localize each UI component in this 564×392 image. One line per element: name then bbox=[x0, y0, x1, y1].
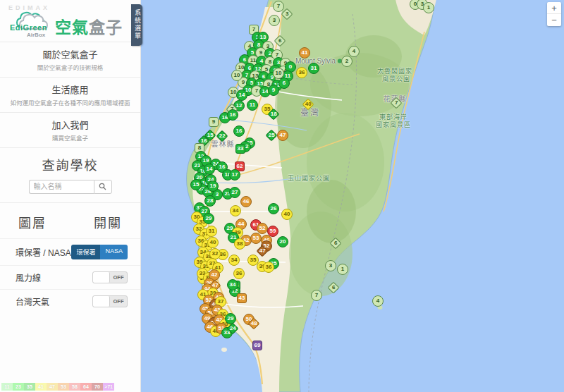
aqi-marker[interactable]: 7 bbox=[311, 290, 322, 301]
menu-item-about[interactable]: 關於空氣盒子 關於空氣盒子的技術規格 bbox=[0, 42, 140, 78]
switch-header: 開關 bbox=[94, 213, 122, 231]
aqi-marker-value: 28 bbox=[207, 198, 214, 204]
system-menu-tab[interactable]: 系統選單 bbox=[131, 4, 142, 46]
aqi-marker[interactable]: 53 bbox=[250, 233, 262, 244]
map-canvas[interactable]: Mount Sylvia臺灣雲林縣玉山國家公園太魯閣國家風景公園花蓮縣東部海岸國… bbox=[141, 0, 564, 392]
toggle-state: OFF bbox=[110, 272, 127, 283]
aqi-marker[interactable]: 31 bbox=[206, 226, 217, 237]
aqi-marker[interactable]: 34 bbox=[227, 279, 238, 290]
menu-item-title: 生活應用 bbox=[7, 82, 133, 96]
aqi-marker[interactable]: 9 bbox=[209, 117, 219, 127]
epa-layer-button[interactable]: 環保署 bbox=[71, 245, 100, 259]
aqi-marker[interactable]: 3 bbox=[325, 260, 336, 271]
aqi-marker[interactable]: 4 bbox=[348, 46, 360, 57]
aqi-marker-value: 16 bbox=[230, 112, 236, 118]
aqi-marker-value: 53 bbox=[253, 235, 259, 241]
search-section-title: 查詢學校 bbox=[0, 155, 140, 173]
airbox-app: EDIMAX EdiGreen AirBox 空氣盒子 關於空氣盒子 關於空氣盒… bbox=[0, 0, 564, 392]
aqi-marker[interactable]: 33 bbox=[235, 144, 245, 154]
aqi-marker-value: 24 bbox=[230, 326, 236, 331]
aqi-marker[interactable]: 40 bbox=[207, 237, 219, 248]
aqi-marker[interactable]: 7 bbox=[273, 1, 284, 12]
aqi-marker[interactable]: 40 bbox=[281, 209, 293, 220]
aqi-marker[interactable]: 69 bbox=[252, 341, 262, 350]
menu-item-applications[interactable]: 生活應用 如何運用空氣盒子在各種不同的應用場域裡面 bbox=[0, 78, 140, 113]
aqi-marker[interactable]: 34 bbox=[228, 255, 240, 266]
aqi-marker[interactable]: 10 bbox=[273, 68, 284, 79]
aqi-marker[interactable]: 31 bbox=[308, 63, 319, 74]
menu-item-title: 加入我們 bbox=[7, 118, 133, 131]
brand-title: 空氣盒子 bbox=[55, 14, 123, 38]
aqi-marker[interactable]: 10 bbox=[231, 70, 243, 81]
aqi-marker[interactable]: 26 bbox=[268, 203, 279, 214]
aqi-marker-value: 16 bbox=[219, 164, 226, 170]
nasa-layer-button[interactable]: NASA bbox=[100, 245, 128, 259]
aqi-marker[interactable]: 3 bbox=[269, 15, 280, 26]
aqi-marker[interactable]: 16 bbox=[233, 125, 245, 137]
aqi-marker[interactable]: 9 bbox=[268, 85, 279, 96]
zoom-in-button[interactable]: + bbox=[547, 2, 561, 14]
aqi-marker[interactable]: 41 bbox=[299, 47, 310, 59]
legend-cell: 53 bbox=[58, 383, 69, 391]
aqi-marker-value: 25 bbox=[269, 133, 275, 138]
aqi-marker[interactable]: 1 bbox=[337, 264, 348, 275]
aqi-marker-value: 3 bbox=[216, 192, 219, 197]
aqi-marker[interactable]: 43 bbox=[237, 293, 247, 303]
search-button[interactable] bbox=[94, 180, 112, 194]
aqi-marker-value: 59 bbox=[270, 228, 276, 234]
aqi-marker[interactable]: 34 bbox=[230, 205, 241, 216]
aqi-marker-value: 40 bbox=[210, 240, 216, 245]
aqi-marker-value: 6 bbox=[278, 38, 281, 44]
aqi-marker[interactable]: 36 bbox=[296, 67, 307, 78]
aqi-marker[interactable]: 1 bbox=[423, 2, 434, 13]
aqi-marker-value: 29 bbox=[228, 316, 234, 321]
wind-layer-toggle[interactable]: OFF bbox=[92, 271, 128, 283]
layer-row-epa-nasa: 環保署 / NASA 環保署 NASA bbox=[0, 238, 140, 265]
zoom-out-button[interactable]: − bbox=[547, 14, 561, 26]
aqi-marker[interactable]: 17 bbox=[229, 169, 240, 180]
aqi-marker[interactable]: 19 bbox=[207, 180, 219, 192]
legend-cell: 70 bbox=[92, 383, 103, 391]
aqi-marker-value: 69 bbox=[255, 343, 261, 348]
aqi-marker-value: 7 bbox=[255, 88, 258, 94]
aqi-marker[interactable]: 14 bbox=[236, 90, 247, 101]
aqi-marker[interactable]: 4 bbox=[372, 295, 384, 307]
aqi-marker[interactable]: 15 bbox=[190, 179, 202, 190]
aqi-marker[interactable]: 11 bbox=[247, 99, 258, 111]
legend-cell: 41 bbox=[35, 383, 47, 391]
aqi-marker[interactable]: 6 bbox=[278, 78, 290, 89]
aqi-marker-value: 37 bbox=[218, 299, 224, 305]
aqi-marker[interactable]: 47 bbox=[277, 130, 288, 141]
aqi-marker-value: 17 bbox=[232, 172, 238, 178]
aqi-marker[interactable]: 29 bbox=[203, 213, 214, 224]
aqi-marker-value: 6 bbox=[332, 285, 335, 290]
layer-label: 台灣天氣 bbox=[16, 295, 49, 307]
aqi-marker[interactable]: 2 bbox=[341, 56, 352, 67]
aqi-marker[interactable]: 20 bbox=[277, 236, 288, 247]
aqi-marker[interactable]: 28 bbox=[204, 195, 216, 207]
weather-layer-toggle[interactable]: OFF bbox=[92, 295, 128, 307]
brand-title-green: 空氣 bbox=[55, 18, 89, 37]
aqi-marker[interactable]: 36 bbox=[263, 262, 274, 273]
aqi-marker-value: 26 bbox=[271, 206, 277, 212]
aqi-marker-value: 10 bbox=[276, 71, 282, 76]
menu-item-join[interactable]: 加入我們 購買空氣盒子 bbox=[0, 113, 140, 148]
aqi-marker[interactable]: 38 bbox=[234, 238, 245, 250]
brand-sub: AirBox bbox=[27, 32, 45, 38]
school-search-input[interactable] bbox=[29, 180, 94, 194]
aqi-marker[interactable]: 46 bbox=[240, 196, 252, 207]
aqi-marker[interactable]: 36 bbox=[233, 268, 245, 279]
aqi-marker-value: 31 bbox=[311, 66, 317, 71]
aqi-marker[interactable]: 14 bbox=[204, 164, 215, 175]
aqi-marker-value: 6 bbox=[334, 240, 337, 246]
aqi-marker-value: 40 bbox=[284, 212, 290, 217]
aqi-marker-value: 15 bbox=[207, 133, 214, 138]
aqi-marker[interactable]: 27 bbox=[229, 187, 240, 198]
aqi-marker-value: 27 bbox=[232, 190, 238, 195]
aqi-marker[interactable]: 16 bbox=[227, 109, 238, 121]
aqi-marker[interactable]: 52 bbox=[257, 223, 268, 234]
brand-name: EdiGreen bbox=[10, 23, 47, 32]
layer-label: 風力線 bbox=[16, 271, 41, 283]
aqi-marker-value: 35 bbox=[250, 257, 257, 263]
aqi-marker[interactable]: 29 bbox=[225, 313, 236, 324]
